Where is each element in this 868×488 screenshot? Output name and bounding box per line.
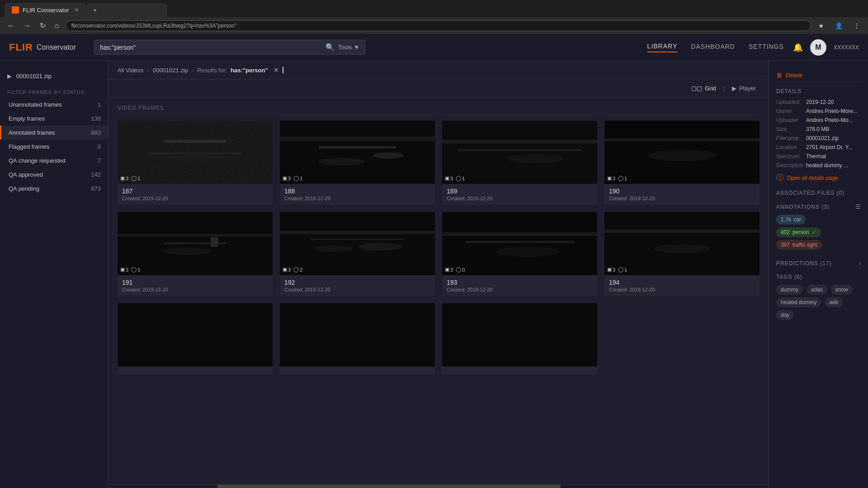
tag-aeb[interactable]: aeb — [825, 297, 843, 307]
chevron-right-icon[interactable]: › — [859, 260, 861, 267]
table-row[interactable]: ▣ 3 ◯ 1 194 Created: 2019- — [604, 212, 760, 296]
notifications-icon[interactable]: 🔔 — [793, 42, 803, 52]
active-tab[interactable]: FLIR Conservator ✕ — [5, 3, 86, 17]
table-row[interactable]: ▣ 3 ◯ 1 191 Created: 2019- — [118, 212, 273, 296]
table-row[interactable]: ▣ 3 ◯ 1 189 Created: 2019- — [442, 121, 597, 205]
svg-point-20 — [162, 247, 212, 255]
person-icon: ◯ — [293, 175, 299, 181]
open-details-action[interactable]: ⓘ Open all details page — [776, 173, 861, 183]
table-row[interactable]: ▣ 3 ◯ 1 187 Created: 2019- — [118, 121, 273, 205]
sidebar-item-flagged[interactable]: Flagged frames 0 — [0, 140, 108, 154]
bookmark-button[interactable]: ★ — [815, 20, 828, 31]
annotation-person-tag[interactable]: 402 person ✓ — [776, 227, 861, 240]
table-row[interactable]: ▣ 3 ◯ 0 193 Created: 2019- — [442, 212, 597, 296]
search-bar[interactable]: 🔍 Tools ▼ — [94, 40, 365, 55]
sidebar-item-unannotated[interactable]: Unannotated frames 1 — [0, 98, 108, 112]
table-row[interactable]: ▣ 3 ◯ 1 190 Created: 2019- — [604, 121, 760, 205]
video-play-icon: ▶ — [7, 73, 12, 80]
nav-dashboard-link[interactable]: DASHBOARD — [691, 43, 735, 52]
user-avatar[interactable]: M — [810, 39, 826, 56]
annotations-section: Annotations (3) ☰ 1.7k car 402 person ✓ — [776, 203, 861, 253]
chevron-down-icon: ▼ — [354, 44, 359, 51]
breadcrumb-sep-1: › — [147, 67, 149, 74]
tag-dummy[interactable]: dummy — [776, 285, 803, 295]
nav-forward-button[interactable]: → — [21, 20, 33, 32]
person-icon: ◯ — [293, 267, 299, 272]
tab-title: FLIR Conservator — [23, 7, 69, 14]
svg-rect-28 — [442, 232, 597, 236]
person-count: ◯ 1 — [131, 175, 140, 181]
breadcrumb-all-videos[interactable]: All Videos — [118, 67, 144, 74]
bbox-count: ▣ 3 — [607, 175, 615, 181]
sidebar-item-qa-pending[interactable]: QA pending 873 — [0, 182, 108, 196]
table-row[interactable]: ▣ 3 ◯ 2 192 Created: 2019- — [280, 212, 435, 296]
tags-container: dummy adas snow heated dummy aeb day — [776, 285, 861, 323]
sidebar-video-item[interactable]: ▶ 00001021.zip — [0, 68, 108, 84]
frame-number: 187 — [122, 188, 268, 195]
breadcrumb-video-name[interactable]: 00001021.zip — [153, 67, 188, 74]
filename-label: Filename — [776, 135, 803, 141]
tag-day[interactable]: day — [776, 310, 794, 320]
frame-badge: ▣ 3 ◯ 0 — [445, 267, 465, 272]
search-icon[interactable]: 🔍 — [326, 43, 335, 52]
sidebar-item-qa-change[interactable]: QA change requested 7 — [0, 154, 108, 168]
svg-rect-29 — [465, 241, 574, 243]
search-cursor — [283, 67, 283, 73]
nav-home-button[interactable]: ⌂ — [52, 20, 62, 32]
horizontal-scrollbar[interactable] — [108, 484, 769, 488]
player-view-button[interactable]: ▶ Player — [728, 83, 760, 94]
breadcrumb-sep-2: › — [192, 67, 193, 74]
profile-button[interactable]: 👤 — [831, 20, 846, 31]
scroll-thumb[interactable] — [217, 485, 561, 488]
person-count: ◯ 2 — [293, 267, 302, 272]
person-icon: ◯ — [618, 267, 623, 272]
svg-rect-22 — [280, 212, 435, 275]
menu-button[interactable]: ⋮ — [850, 20, 863, 31]
tag-adas[interactable]: adas — [807, 285, 827, 295]
annotation-traffic-tag[interactable]: 397 traffic light — [776, 240, 861, 253]
nav-refresh-button[interactable]: ↻ — [37, 19, 48, 32]
section-label: VIDEO FRAMES — [118, 105, 760, 115]
table-row[interactable] — [118, 303, 273, 375]
frames-container[interactable]: VIDEO FRAMES — [108, 98, 769, 484]
tag-snow[interactable]: snow — [831, 285, 853, 295]
frame-date: Created: 2019-12-20 — [609, 287, 755, 292]
filter-qa-change-label: QA change requested — [9, 157, 66, 164]
grid-view-button[interactable]: ▢▢ Grid — [688, 83, 720, 94]
tab-close-button[interactable]: ✕ — [75, 7, 79, 13]
frame-date: Created: 2019-12-20 — [447, 196, 593, 201]
size-label: Size — [776, 126, 803, 132]
thermal-image — [442, 212, 597, 275]
bbox-icon: ▣ — [445, 175, 449, 181]
browser-toolbar: ← → ↻ ⌂ flirconservator.com/videos/JS3ML… — [0, 17, 868, 34]
breadcrumb-clear-button[interactable]: ✕ — [274, 66, 279, 74]
nav-library-link[interactable]: LIBRARY — [647, 42, 678, 52]
svg-rect-26 — [311, 239, 404, 240]
tools-button[interactable]: Tools ▼ — [338, 44, 359, 51]
sidebar: ▶ 00001021.zip Filter frames by status: … — [0, 61, 108, 488]
tag-heated-dummy[interactable]: heated dummy — [776, 297, 821, 307]
detail-spectrum: Spectrum Thermal — [776, 153, 861, 160]
bbox-count: ▣ 3 — [445, 175, 453, 181]
table-row[interactable]: ▣ 3 ◯ 1 188 Created: 2019- — [280, 121, 435, 205]
frame-badge: ▣ 3 ◯ 1 — [607, 175, 627, 181]
frame-badge: ▣ 3 ◯ 1 — [120, 175, 140, 181]
sidebar-item-qa-approved[interactable]: QA approved 142 — [0, 168, 108, 182]
nav-back-button[interactable]: ← — [5, 20, 17, 32]
sidebar-item-annotated[interactable]: Annotated frames 883 — [0, 126, 108, 140]
annotation-car-tag[interactable]: 1.7k car — [776, 215, 861, 227]
frame-badge: ▣ 3 ◯ 1 — [607, 267, 627, 272]
filter-qa-pending-label: QA pending — [9, 185, 39, 192]
svg-point-4 — [164, 154, 226, 164]
table-row[interactable] — [442, 303, 597, 375]
check-icon: ✓ — [812, 229, 816, 235]
new-tab-button[interactable]: + — [86, 3, 167, 17]
delete-action[interactable]: 🗑 Delete — [776, 68, 861, 83]
nav-settings-link[interactable]: SETTINGS — [749, 43, 784, 52]
filter-annotated-count: 883 — [91, 129, 101, 136]
sidebar-item-empty[interactable]: Empty frames 138 — [0, 112, 108, 126]
search-input[interactable] — [100, 44, 322, 51]
address-bar[interactable]: flirconservator.com/videos/JS3MLrupLRa3f… — [66, 20, 811, 31]
table-row[interactable] — [280, 303, 435, 375]
svg-rect-18 — [118, 234, 273, 237]
